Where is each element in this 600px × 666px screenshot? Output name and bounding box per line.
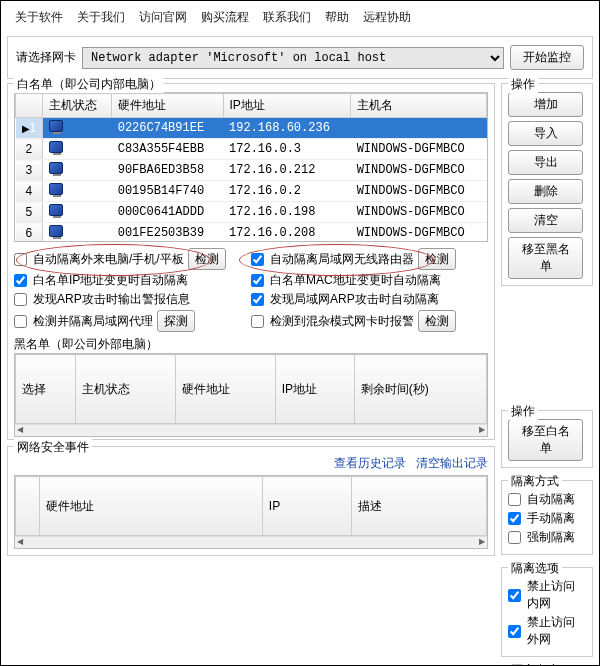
lbl-manual-isolate: 手动隔离 — [527, 510, 575, 527]
ev-col-blank[interactable] — [16, 477, 40, 536]
chk-lan-arp[interactable] — [251, 293, 264, 306]
isolate-opt-group: 隔离选项 禁止访问内网 禁止访问外网 — [501, 567, 593, 657]
menu-contact[interactable]: 联系我们 — [263, 9, 311, 26]
clear-button[interactable]: 清空 — [508, 208, 583, 233]
bl-col-ip[interactable]: IP地址 — [275, 355, 354, 424]
to-blacklist-button[interactable]: 移至黑名单 — [508, 237, 583, 279]
whitelist-ops-group: 操作 增加 导入 导出 删除 清空 移至黑名单 — [501, 83, 593, 286]
menu-website[interactable]: 访问官网 — [139, 9, 187, 26]
detect-ext-button[interactable]: 检测 — [188, 248, 226, 270]
col-ip[interactable]: IP地址 — [223, 94, 351, 118]
ev-col-ip[interactable]: IP — [262, 477, 351, 536]
chk-force-isolate[interactable] — [508, 531, 521, 544]
start-monitor-button[interactable]: 开始监控 — [510, 45, 584, 70]
menu-remote[interactable]: 远程协助 — [363, 9, 411, 26]
monitor-icon — [49, 225, 63, 237]
isolate-mode-group: 隔离方式 自动隔离 手动隔离 强制隔离 — [501, 480, 593, 555]
menubar: 关于软件 关于我们 访问官网 购买流程 联系我们 帮助 远程协助 — [3, 3, 597, 32]
ev-col-desc[interactable]: 描述 — [351, 477, 486, 536]
lbl-detect-proxy: 检测并隔离局域网代理 — [33, 313, 153, 330]
lbl-mixed-mode: 检测到混杂模式网卡时报警 — [270, 313, 414, 330]
chk-arp-alarm[interactable] — [14, 293, 27, 306]
chk-detect-proxy[interactable] — [14, 315, 27, 328]
adapter-select[interactable]: Network adapter 'Microsoft' on local hos… — [82, 47, 504, 69]
events-group: 网络安全事件 查看历史记录 清空输出记录 硬件地址 IP 描述 — [7, 446, 495, 556]
delete-button[interactable]: 删除 — [508, 179, 583, 204]
export-button[interactable]: 导出 — [508, 150, 583, 175]
bl-col-select[interactable]: 选择 — [16, 355, 76, 424]
ev-col-mac[interactable]: 硬件地址 — [40, 477, 263, 536]
lbl-mac-change: 白名单MAC地址变更时自动隔离 — [270, 272, 441, 289]
lbl-auto-isolate-router: 自动隔离局域网无线路由器 — [270, 251, 414, 268]
lbl-auto-isolate-ext: 自动隔离外来电脑/手机/平板 — [33, 251, 184, 268]
probe-button[interactable]: 探测 — [157, 310, 195, 332]
lbl-force-isolate: 强制隔离 — [527, 529, 575, 546]
col-mac[interactable]: 硬件地址 — [112, 94, 223, 118]
detect-router-button[interactable]: 检测 — [418, 248, 456, 270]
detect-mixed-button[interactable]: 检测 — [418, 310, 456, 332]
view-history-link[interactable]: 查看历史记录 — [334, 456, 406, 470]
monitor-icon — [49, 120, 63, 132]
adapter-label: 请选择网卡 — [16, 49, 76, 66]
monitor-icon — [49, 204, 63, 216]
col-host-status[interactable]: 主机状态 — [43, 94, 112, 118]
col-hostname[interactable]: 主机名 — [351, 94, 487, 118]
table-row[interactable]: 2C83A355F4EBB172.16.0.3WINDOWS-DGFMBCO — [16, 139, 487, 160]
adapter-panel: 请选择网卡 Network adapter 'Microsoft' on loc… — [7, 36, 593, 79]
lbl-ip-change: 白名单IP地址变更时自动隔离 — [33, 272, 188, 289]
blacklist-title: 黑名单（即公司外部电脑） — [14, 336, 488, 353]
monitor-icon — [49, 183, 63, 195]
ops-title-2: 操作 — [508, 403, 538, 420]
lbl-lan-arp: 发现局域网ARP攻击时自动隔离 — [270, 291, 439, 308]
chk-manual-isolate[interactable] — [508, 512, 521, 525]
table-row[interactable]: 5000C0641ADDD172.16.0.198WINDOWS-DGFMBCO — [16, 202, 487, 223]
lbl-auto-isolate: 自动隔离 — [527, 491, 575, 508]
chk-auto-isolate-ext[interactable] — [14, 253, 27, 266]
isolate-level-title: 隔离力度 — [508, 662, 562, 666]
whitelist-title: 白名单（即公司内部电脑） — [14, 76, 164, 93]
monitor-icon — [49, 141, 63, 153]
blacklist-ops-group: 操作 移至白名单 — [501, 410, 593, 468]
lbl-deny-in: 禁止访问内网 — [527, 578, 586, 612]
lbl-arp-alarm: 发现ARP攻击时输出警报信息 — [33, 291, 190, 308]
bl-col-status[interactable]: 主机状态 — [76, 355, 176, 424]
isolate-opt-title: 隔离选项 — [508, 560, 562, 577]
menu-about-us[interactable]: 关于我们 — [77, 9, 125, 26]
whitelist-table[interactable]: 主机状态 硬件地址 IP地址 主机名 ▶1 0226C74B91EE192.16… — [15, 93, 487, 242]
chk-mac-change[interactable] — [251, 274, 264, 287]
table-row[interactable]: 390FBA6ED3B58172.16.0.212WINDOWS-DGFMBCO — [16, 160, 487, 181]
events-table[interactable]: 硬件地址 IP 描述 — [15, 476, 487, 536]
chk-deny-out[interactable] — [508, 625, 521, 638]
add-button[interactable]: 增加 — [508, 92, 583, 117]
menu-help[interactable]: 帮助 — [325, 9, 349, 26]
chk-auto-isolate-router[interactable] — [251, 253, 264, 266]
ops-title: 操作 — [508, 76, 538, 93]
lbl-deny-out: 禁止访问外网 — [527, 614, 586, 648]
table-row[interactable]: 6001FE2503B39172.16.0.208WINDOWS-DGFMBCO — [16, 223, 487, 243]
chk-ip-change[interactable] — [14, 274, 27, 287]
monitor-icon — [49, 162, 63, 174]
import-button[interactable]: 导入 — [508, 121, 583, 146]
blacklist-table[interactable]: 选择 主机状态 硬件地址 IP地址 剩余时间(秒) — [15, 354, 487, 424]
chk-auto-isolate[interactable] — [508, 493, 521, 506]
table-row[interactable]: ▶1 0226C74B91EE192.168.60.236 — [16, 118, 487, 139]
chk-mixed-mode[interactable] — [251, 315, 264, 328]
bl-col-mac[interactable]: 硬件地址 — [176, 355, 276, 424]
row-indicator-icon: ▶ — [22, 123, 30, 134]
table-row[interactable]: 400195B14F740172.16.0.2WINDOWS-DGFMBCO — [16, 181, 487, 202]
blacklist-scrollbar[interactable] — [15, 424, 487, 436]
bl-col-remain[interactable]: 剩余时间(秒) — [354, 355, 486, 424]
chk-deny-in[interactable] — [508, 589, 521, 602]
clear-output-link[interactable]: 清空输出记录 — [416, 456, 488, 470]
events-scrollbar[interactable] — [15, 536, 487, 548]
whitelist-group: 白名单（即公司内部电脑） 主机状态 硬件地址 IP地址 主机名 ▶1 0226C… — [7, 83, 495, 440]
menu-purchase[interactable]: 购买流程 — [201, 9, 249, 26]
menu-about-software[interactable]: 关于软件 — [15, 9, 63, 26]
events-title: 网络安全事件 — [14, 439, 92, 456]
to-whitelist-button[interactable]: 移至白名单 — [508, 419, 583, 461]
isolate-mode-title: 隔离方式 — [508, 473, 562, 490]
